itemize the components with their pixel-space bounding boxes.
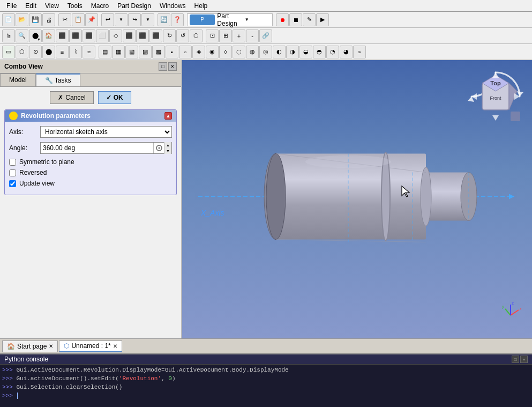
sketch-tool-14[interactable]: ◐ [273,46,286,58]
redo-button[interactable]: ↪ [128,13,141,26]
paste-button[interactable]: 📌 [85,13,98,26]
cancel-button[interactable]: ✗ Cancel [50,91,93,104]
sketch-tool-13[interactable]: ◎ [259,46,272,58]
sketch-tool-4[interactable]: ▨ [139,46,152,58]
view-left-button[interactable]: ⬛ [149,29,162,42]
reversed-checkbox[interactable] [9,169,16,176]
menu-help[interactable]: Help [190,1,212,11]
whats-this-button[interactable]: ❓ [171,13,184,26]
view-front-button[interactable]: ⬛ [56,29,69,42]
view-right-button[interactable]: ⬛ [83,29,95,42]
open-file-button[interactable]: 📂 [16,13,28,26]
view-perspective-button[interactable]: ⬜ [96,29,109,42]
view-bottom-button[interactable]: ⬛ [136,29,149,42]
angle-unit-button[interactable] [153,143,164,153]
start-page-tab-close[interactable]: ✕ [49,343,53,349]
update-view-checkbox[interactable] [9,180,16,187]
bbox-button[interactable]: ⬡ [190,29,203,42]
axis-select[interactable]: Horizontal sketch axis Vertical sketch a… [40,126,172,138]
partdesign-tool-7[interactable]: ≈ [83,46,95,58]
refresh-button[interactable]: 🔄 [158,13,170,26]
sketch-tool-7[interactable]: ▫ [179,46,192,58]
sketch-tool-8[interactable]: ◈ [192,46,205,58]
combo-close-button[interactable]: × [168,62,177,71]
angle-decrement-button[interactable]: ▼ [164,148,171,154]
sketch-tool-11[interactable]: ◌ [233,46,245,58]
stop-macro-button[interactable]: ⏹ [289,13,302,26]
zoom-out-button[interactable]: - [246,29,259,42]
tab-model[interactable]: Model [0,73,36,86]
edit-macro-button[interactable]: ✎ [303,13,316,26]
python-float-button[interactable]: □ [512,356,519,363]
ok-button[interactable]: ✓ OK [98,91,131,104]
print-button[interactable]: 🖨 [42,13,55,26]
python-console-body[interactable]: >>> Gui.ActiveDocument.Revolution.Displa… [0,365,532,407]
sketch-tool-1[interactable]: ▤ [99,46,111,58]
revolution-params-collapse-button[interactable]: ▲ [164,112,172,120]
angle-input[interactable] [41,144,153,152]
angle-increment-button[interactable]: ▲ [164,142,171,148]
partdesign-tool-1[interactable]: ▭ [2,46,15,58]
mode-selector[interactable]: P Part Design ▼ [187,13,273,26]
unnamed-tab-close[interactable]: ✕ [113,343,117,349]
pointer-button[interactable]: 🖱 [2,29,15,42]
sketch-tool-19[interactable]: ◕ [340,46,353,58]
cut-button[interactable]: ✂ [58,13,71,26]
sync-view-button[interactable]: 🔗 [259,29,272,42]
sketch-tool-17[interactable]: ◓ [313,46,326,58]
zoom-in-button[interactable]: + [233,29,245,42]
save-file-button[interactable]: 💾 [29,13,42,26]
menu-edit[interactable]: Edit [21,1,41,11]
new-file-button[interactable]: 📄 [2,13,15,26]
view-top-button[interactable]: ⬛ [69,29,82,42]
menu-file[interactable]: File [2,1,21,11]
redo-dropdown-button[interactable]: ▼ [141,13,154,26]
play-macro-button[interactable]: ▶ [316,13,329,26]
tab-tasks[interactable]: 🔧 Tasks [36,73,80,86]
menu-tools[interactable]: Tools [63,1,87,11]
sketch-tool-18[interactable]: ◔ [326,46,339,58]
partdesign-tool-5[interactable]: ≡ [56,46,69,58]
update-view-label[interactable]: Update view [19,180,55,187]
combo-float-button[interactable]: □ [159,62,167,71]
view-rotate-right-button[interactable]: ↻ [163,29,176,42]
start-page-tab[interactable]: 🏠 Start page ✕ [2,341,58,352]
navigation-cube[interactable]: Top Front [463,64,528,129]
copy-button[interactable]: 📋 [72,13,85,26]
std-view-home-button[interactable]: 🏠 [42,29,55,42]
partdesign-tool-6[interactable]: ⌇ [69,46,82,58]
symmetric-to-plane-label[interactable]: Symmetric to plane [19,158,74,166]
menu-macro[interactable]: Macro [87,1,113,11]
partdesign-tool-3[interactable]: ⊙ [29,46,42,58]
sketch-tool-9[interactable]: ◉ [206,46,219,58]
3d-viewport[interactable]: X_Axis [182,60,532,338]
more-tools-button[interactable]: » [353,46,366,58]
sketch-tool-15[interactable]: ◑ [286,46,299,58]
view-selection-button[interactable]: ⊞ [219,29,232,42]
view-isometric-button[interactable]: ◇ [109,29,122,42]
menu-part-design[interactable]: Part Design [113,1,155,11]
view-all-button[interactable]: ⊡ [206,29,219,42]
sketch-tool-16[interactable]: ◒ [299,46,312,58]
draw-style-button[interactable]: ⬤ ▼ [29,29,42,42]
view-rotate-left-button[interactable]: ↺ [176,29,189,42]
menu-view[interactable]: View [41,1,63,11]
sketch-tool-5[interactable]: ▩ [152,46,165,58]
python-close-button[interactable]: × [520,356,528,363]
symmetric-to-plane-checkbox[interactable] [9,159,16,166]
sketch-tool-10[interactable]: ◊ [219,46,232,58]
undo-button[interactable]: ↩ [101,13,114,26]
sketch-tool-2[interactable]: ▦ [112,46,125,58]
zoom-magnify-button[interactable]: 🔍 [16,29,28,42]
menu-windows[interactable]: Windows [155,1,190,11]
unnamed-tab[interactable]: ⬡ Unnamed : 1* ✕ [59,341,122,352]
sketch-tool-12[interactable]: ◍ [246,46,259,58]
sketch-tool-6[interactable]: ▪ [166,46,178,58]
sketch-tool-3[interactable]: ▧ [125,46,138,58]
partdesign-tool-4[interactable]: ⬤ [42,46,55,58]
record-macro-button[interactable]: ⏺ [276,13,289,26]
partdesign-tool-2[interactable]: ⬡ [16,46,28,58]
undo-dropdown-button[interactable]: ▼ [115,13,128,26]
view-back-button[interactable]: ⬛ [123,29,136,42]
reversed-label[interactable]: Reversed [19,169,47,176]
